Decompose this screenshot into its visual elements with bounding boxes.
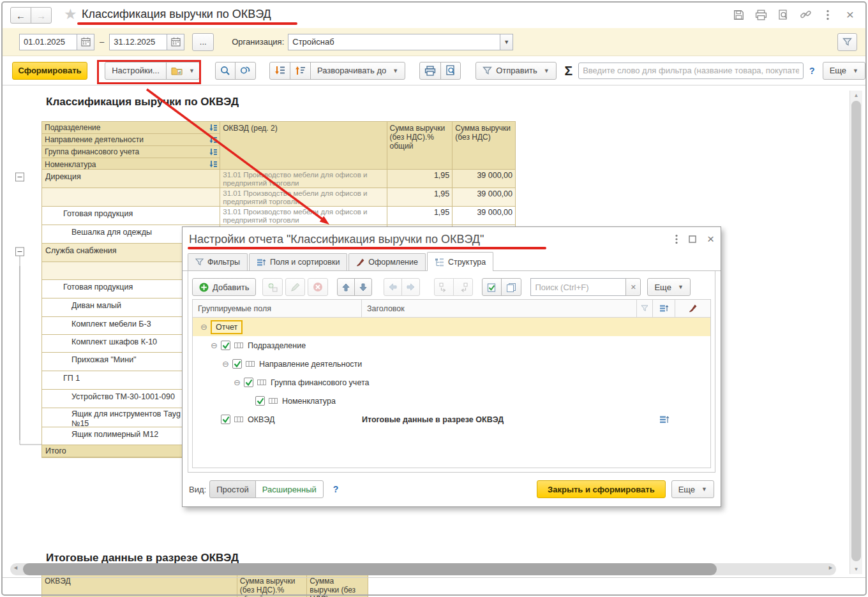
print-preview-icon[interactable] [777, 8, 789, 21]
view-extended-button[interactable]: Расширенный [255, 480, 324, 498]
dialog-help-link[interactable]: ? [333, 484, 339, 494]
table-row[interactable]: Дирекция31.01 Производство мебели для оф… [42, 170, 515, 188]
totals-sigma-button[interactable]: Σ [565, 63, 573, 78]
scroll-left-icon[interactable]: ◄ [13, 564, 19, 571]
header-field[interactable]: Номенклатура [42, 158, 220, 170]
collapse-icon[interactable]: ⊖ [211, 341, 221, 350]
clear-search-icon[interactable]: ✕ [625, 278, 641, 296]
dialog-maximize-icon[interactable] [689, 235, 696, 243]
table-row[interactable]: 31.01 Производство мебели для офисов и п… [42, 188, 515, 207]
add-button[interactable]: Добавить [192, 278, 256, 296]
header-field[interactable]: Подразделение [42, 122, 220, 134]
date-to-input[interactable] [109, 34, 167, 50]
dialog-more-button[interactable]: Еще▼ [647, 278, 690, 296]
col-grouped-fields[interactable]: Группируемые поля [193, 300, 362, 317]
selected-cell: Отчет [211, 320, 243, 334]
scroll-up-icon[interactable]: ▲ [850, 92, 862, 98]
organization-input[interactable] [288, 34, 500, 50]
col-header[interactable]: Заголовок [362, 300, 637, 317]
move-left-button[interactable] [384, 278, 402, 296]
checkbox-checked[interactable] [232, 359, 242, 369]
search-button[interactable] [215, 62, 236, 80]
save-icon[interactable] [732, 8, 745, 21]
dialog-menu-dots-icon[interactable] [675, 234, 678, 244]
period-options-button[interactable]: ... [192, 33, 214, 51]
view-simple-button[interactable]: Простой [209, 480, 256, 498]
add-group-button[interactable] [262, 278, 283, 296]
preview-button[interactable] [440, 62, 461, 80]
brush-icon [356, 258, 364, 267]
out-of-group-icon [458, 283, 468, 292]
print-report-button[interactable] [419, 62, 441, 80]
checkbox-checked[interactable] [221, 341, 230, 350]
organization-label: Организация: [232, 37, 284, 47]
col-filter[interactable] [637, 300, 653, 317]
help-link[interactable]: ? [809, 66, 815, 76]
checkbox-checked[interactable] [255, 396, 265, 406]
vertical-scrollbar-thumb[interactable] [851, 101, 861, 561]
check-all-button[interactable] [482, 278, 502, 296]
sort-descending-button[interactable] [269, 62, 290, 80]
forward-button[interactable]: → [31, 7, 52, 24]
delete-button[interactable] [308, 278, 328, 296]
move-down-button[interactable] [354, 278, 372, 296]
row-sort-icon[interactable] [659, 415, 670, 424]
menu-dots-icon[interactable] [821, 8, 834, 21]
header-field[interactable]: Направление деятельности [42, 134, 220, 146]
calendar-icon[interactable] [77, 34, 94, 50]
quick-filter-input[interactable] [578, 63, 804, 79]
tab-structure[interactable]: Структура [427, 252, 493, 271]
link-icon[interactable] [799, 8, 812, 21]
reset-search-button[interactable] [235, 62, 256, 80]
tree-row[interactable]: Номенклатура [193, 392, 710, 410]
scroll-down-icon[interactable]: ▼ [850, 566, 862, 572]
horizontal-scrollbar[interactable]: ◄ ► [10, 563, 836, 575]
send-button[interactable]: Отправить▼ [475, 62, 556, 80]
tab-fields-sorting[interactable]: Поля и сортировки [249, 253, 347, 270]
generate-button[interactable]: Сформировать [12, 62, 87, 80]
expand-to-button[interactable]: Разворачивать до▼ [310, 62, 405, 80]
out-of-group-button[interactable] [453, 278, 473, 296]
settings-button[interactable]: Настройки... [105, 62, 167, 80]
calendar-icon[interactable] [167, 34, 184, 50]
tree-row[interactable]: ⊖Группа финансового учета [193, 373, 710, 392]
close-icon[interactable]: × [844, 8, 857, 21]
move-into-group-button[interactable] [434, 278, 454, 296]
col-appearance[interactable] [675, 300, 710, 317]
uncheck-all-button[interactable] [501, 278, 521, 296]
dialog-close-icon[interactable]: × [707, 232, 714, 246]
back-button[interactable]: ← [10, 7, 31, 24]
tab-filters[interactable]: Фильтры [188, 253, 248, 270]
col-sort[interactable] [653, 300, 675, 317]
tree-row-okved[interactable]: ОКВЭД Итоговые данные в разрезе ОКВЭД [193, 410, 710, 429]
filter-settings-button[interactable] [837, 33, 857, 51]
dialog-search-input[interactable] [530, 278, 626, 296]
date-from-input[interactable] [19, 34, 77, 50]
move-right-button[interactable] [401, 278, 420, 296]
more-button[interactable]: Еще▼ [823, 62, 865, 80]
scroll-right-icon[interactable]: ► [828, 564, 834, 571]
collapse-icon[interactable]: ⊖ [222, 359, 232, 369]
checkbox-checked[interactable] [244, 378, 253, 387]
sort-ascending-button[interactable] [290, 62, 311, 80]
favorite-star-icon[interactable]: ★ [64, 6, 77, 23]
tab-appearance[interactable]: Оформление [348, 253, 426, 270]
print-icon[interactable] [754, 8, 767, 21]
collapse-icon[interactable]: ⊖ [234, 378, 244, 387]
move-up-button[interactable] [337, 278, 355, 296]
horizontal-scrollbar-thumb[interactable] [23, 563, 717, 575]
close-and-generate-button[interactable]: Закрыть и сформировать [537, 480, 666, 498]
tree-row[interactable]: ⊖Подразделение [193, 336, 710, 355]
table-row[interactable]: Готовая продукция31.01 Производство мебе… [42, 207, 515, 225]
checkbox-checked[interactable] [221, 415, 230, 424]
tree-row[interactable]: ⊖Направление деятельности [193, 355, 710, 373]
edit-button[interactable] [285, 278, 305, 296]
settings-variants-button[interactable]: ▼ [166, 62, 200, 80]
header-field[interactable]: Группа финансового учета [42, 146, 220, 158]
funnel-icon [842, 38, 852, 47]
vertical-scrollbar[interactable]: ▲ ▼ [849, 91, 862, 574]
dialog-footer-more-button[interactable]: Еще▼ [671, 480, 714, 498]
collapse-icon[interactable]: ⊖ [200, 322, 211, 332]
tree-row-report[interactable]: ⊖Отчет [193, 318, 710, 336]
chevron-down-icon[interactable]: ▼ [500, 34, 513, 50]
